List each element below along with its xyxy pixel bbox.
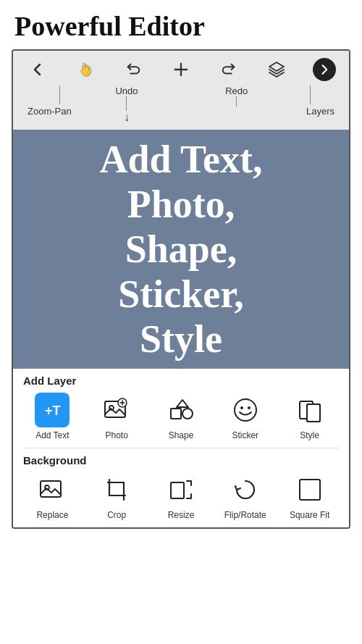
pan-icon[interactable]: 🖐 bbox=[74, 58, 97, 81]
square-fit-icon bbox=[292, 472, 327, 507]
style-icon bbox=[292, 393, 327, 427]
background-section-title: Background bbox=[13, 448, 349, 468]
crop-icon bbox=[99, 472, 134, 507]
photo-tool[interactable]: Photo bbox=[88, 393, 146, 440]
crop-label: Crop bbox=[107, 510, 126, 520]
redo-label: Redo bbox=[225, 85, 248, 96]
svg-rect-28 bbox=[300, 480, 320, 500]
svg-text:+T: +T bbox=[45, 403, 61, 418]
resize-tool[interactable]: Resize bbox=[152, 472, 210, 520]
layers-icon[interactable] bbox=[265, 58, 288, 81]
editor-container: 🖐 bbox=[12, 49, 350, 529]
style-label: Style bbox=[300, 430, 319, 440]
add-text-tool[interactable]: +T Add Text bbox=[23, 393, 81, 440]
flip-rotate-icon bbox=[228, 472, 263, 507]
redo-icon[interactable] bbox=[217, 58, 240, 81]
add-layer-section-title: Add Layer bbox=[13, 369, 349, 388]
svg-marker-13 bbox=[177, 400, 188, 407]
sticker-tool[interactable]: Sticker bbox=[216, 393, 274, 440]
sticker-icon bbox=[228, 393, 263, 427]
svg-point-12 bbox=[182, 409, 193, 419]
crop-tool[interactable]: Crop bbox=[88, 472, 146, 520]
add-text-label: Add Text bbox=[35, 430, 69, 440]
undo-icon[interactable] bbox=[122, 58, 145, 81]
add-layer-tools-row: +T Add Text bbox=[13, 388, 349, 448]
layers-label: Layers bbox=[306, 106, 334, 117]
undo-label: Undo bbox=[115, 85, 138, 96]
photo-icon bbox=[99, 393, 134, 427]
square-fit-label: Square Fit bbox=[290, 510, 329, 520]
flip-rotate-label: Flip/Rotate bbox=[224, 510, 266, 520]
square-fit-tool[interactable]: Square Fit bbox=[281, 472, 339, 520]
undo-label-group: Undo ↓ bbox=[115, 85, 138, 124]
resize-icon bbox=[164, 472, 198, 507]
page-title: Powerful Editor bbox=[0, 0, 362, 49]
bottom-panel: Add Layer +T Add Text bbox=[13, 369, 349, 527]
add-icon[interactable] bbox=[169, 58, 193, 81]
svg-rect-27 bbox=[171, 482, 184, 498]
canvas-area: Add Text,Photo,Shape,Sticker,Style bbox=[13, 130, 349, 369]
resize-label: Resize bbox=[168, 510, 195, 520]
zoom-pan-label-group: Zoom-Pan bbox=[28, 85, 72, 117]
layers-label-group: Layers bbox=[306, 85, 334, 117]
photo-label: Photo bbox=[106, 430, 128, 440]
next-icon[interactable] bbox=[313, 58, 336, 81]
svg-point-14 bbox=[235, 399, 256, 421]
canvas-text: Add Text,Photo,Shape,Sticker,Style bbox=[99, 137, 262, 361]
svg-point-16 bbox=[248, 406, 251, 409]
toolbar-icons-row: 🖐 bbox=[22, 55, 340, 84]
svg-rect-11 bbox=[171, 409, 181, 419]
back-icon[interactable] bbox=[26, 58, 49, 81]
svg-text:🖐: 🖐 bbox=[80, 64, 93, 77]
sticker-label: Sticker bbox=[232, 430, 258, 440]
flip-rotate-tool[interactable]: Flip/Rotate bbox=[216, 472, 274, 520]
zoom-pan-label: Zoom-Pan bbox=[28, 106, 72, 117]
shape-icon bbox=[164, 393, 198, 427]
redo-label-group: Redo bbox=[225, 85, 248, 106]
svg-rect-18 bbox=[307, 404, 320, 422]
svg-rect-20 bbox=[41, 481, 61, 497]
shape-label: Shape bbox=[169, 430, 194, 440]
shape-tool[interactable]: Shape bbox=[152, 393, 210, 440]
style-tool[interactable]: Style bbox=[281, 393, 339, 440]
toolbar-labels-row: Zoom-Pan Undo ↓ Redo Layers bbox=[22, 84, 340, 130]
svg-point-15 bbox=[240, 406, 243, 409]
add-text-icon: +T bbox=[35, 393, 70, 427]
svg-rect-26 bbox=[109, 482, 124, 495]
replace-icon bbox=[35, 472, 70, 507]
toolbar: 🖐 bbox=[13, 51, 349, 130]
replace-tool[interactable]: Replace bbox=[23, 472, 81, 520]
replace-label: Replace bbox=[36, 510, 68, 520]
background-tools-row: Replace Crop bbox=[13, 468, 349, 527]
svg-marker-3 bbox=[269, 62, 284, 71]
